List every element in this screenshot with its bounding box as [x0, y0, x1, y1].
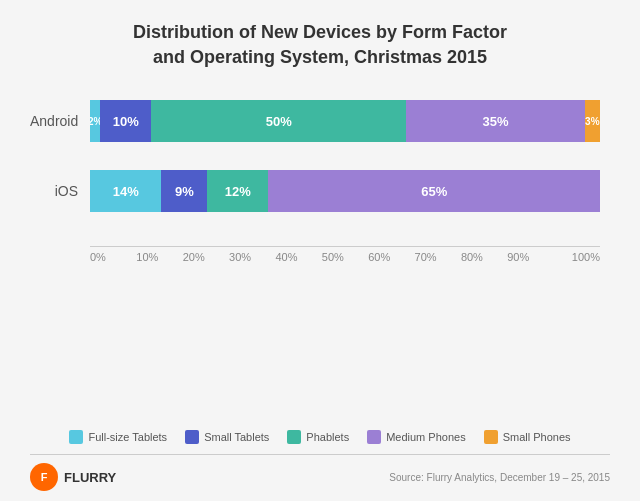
- x-tick: 70%: [415, 247, 461, 263]
- x-tick: 100%: [554, 247, 600, 263]
- bar-segment-phablet: 50%: [151, 100, 406, 142]
- x-tick: 60%: [368, 247, 414, 263]
- bar-track: 2%10%50%35%3%: [90, 100, 600, 142]
- x-tick: 20%: [183, 247, 229, 263]
- source-text: Source: Flurry Analytics, December 19 – …: [389, 472, 610, 483]
- bar-segment-small-tablet: 10%: [100, 100, 151, 142]
- chart-area: Android2%10%50%35%3%iOS14%9%12%65% 0%10%…: [30, 100, 610, 418]
- x-tick: 30%: [229, 247, 275, 263]
- flurry-logo: F FLURRY: [30, 463, 116, 491]
- footer: F FLURRY Source: Flurry Analytics, Decem…: [30, 454, 610, 491]
- legend-item: Medium Phones: [367, 430, 466, 444]
- bar-segment-full-tablet: 14%: [90, 170, 161, 212]
- legend-item: Full-size Tablets: [69, 430, 167, 444]
- bar-label: Android: [30, 113, 90, 129]
- bar-segment-medium-phone: 65%: [268, 170, 600, 212]
- legend: Full-size TabletsSmall TabletsPhabletsMe…: [30, 430, 610, 444]
- bar-track: 14%9%12%65%: [90, 170, 600, 212]
- flurry-icon: F: [30, 463, 58, 491]
- legend-label: Phablets: [306, 431, 349, 443]
- legend-label: Small Tablets: [204, 431, 269, 443]
- legend-label: Medium Phones: [386, 431, 466, 443]
- bar-segment-medium-phone: 35%: [406, 100, 585, 142]
- legend-item: Small Phones: [484, 430, 571, 444]
- bar-segment-small-phone: 3%: [585, 100, 600, 142]
- x-tick: 0%: [90, 247, 136, 263]
- legend-label: Full-size Tablets: [88, 431, 167, 443]
- x-tick: 80%: [461, 247, 507, 263]
- flurry-name: FLURRY: [64, 470, 116, 485]
- chart-container: Distribution of New Devices by Form Fact…: [0, 0, 640, 501]
- legend-item: Phablets: [287, 430, 349, 444]
- legend-color-box: [484, 430, 498, 444]
- legend-item: Small Tablets: [185, 430, 269, 444]
- legend-color-box: [287, 430, 301, 444]
- legend-label: Small Phones: [503, 431, 571, 443]
- chart-title: Distribution of New Devices by Form Fact…: [30, 20, 610, 70]
- x-axis: 0%10%20%30%40%50%60%70%80%90%100%: [90, 246, 600, 263]
- bar-segment-small-tablet: 9%: [161, 170, 207, 212]
- legend-color-box: [69, 430, 83, 444]
- bar-group-ios: iOS14%9%12%65%: [90, 170, 600, 212]
- bar-segment-full-tablet: 2%: [90, 100, 100, 142]
- x-tick: 90%: [507, 247, 553, 263]
- x-tick: 50%: [322, 247, 368, 263]
- bar-label: iOS: [30, 183, 90, 199]
- x-tick: 40%: [275, 247, 321, 263]
- bar-group-android: Android2%10%50%35%3%: [90, 100, 600, 142]
- legend-color-box: [185, 430, 199, 444]
- legend-color-box: [367, 430, 381, 444]
- x-tick: 10%: [136, 247, 182, 263]
- bar-segment-phablet: 12%: [207, 170, 268, 212]
